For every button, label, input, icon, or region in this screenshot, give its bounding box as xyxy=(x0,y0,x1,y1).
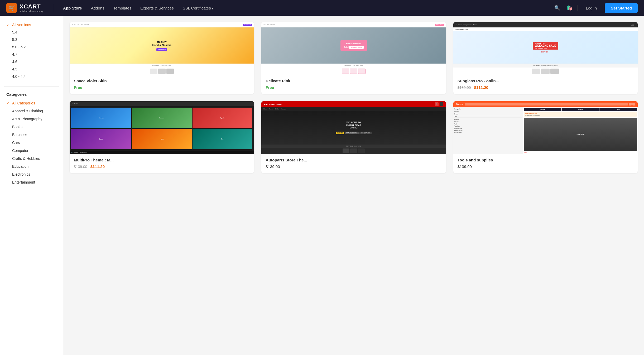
price-sale: $111.20 xyxy=(90,164,105,169)
product-image-autoparts: AUTOPARTS STORE 🛒 Home About Catalog Con… xyxy=(261,101,446,154)
product-info-space-violet: Space Violet Skin Free xyxy=(70,75,254,94)
logo-sub: a SellerLabs company xyxy=(20,10,43,13)
category-education-label: Education xyxy=(12,164,28,169)
version-50-52-label: 5.0 - 5.2 xyxy=(12,45,26,49)
category-electronics-label: Electronics xyxy=(12,172,30,176)
category-computer-label: Computer xyxy=(12,148,28,153)
product-card-multipro[interactable]: MultiPro Fashion Grocery Sports xyxy=(70,101,254,173)
category-computer[interactable]: ✓ Computer xyxy=(4,147,59,155)
version-46-label: 4.6 xyxy=(12,60,17,64)
cart-icon[interactable]: 🛍️ xyxy=(565,4,573,12)
version-46[interactable]: ✓ 4.6 xyxy=(4,58,59,65)
main-nav: App Store Addons Templates Experts & Ser… xyxy=(59,4,548,12)
product-price: $139.00 xyxy=(458,164,633,169)
version-40-44[interactable]: ✓ 4.0 - 4.4 xyxy=(4,73,59,80)
category-all-label: All Categories xyxy=(12,101,35,105)
product-name: Space Violet Skin xyxy=(74,79,250,83)
category-all[interactable]: ✓ All Categories xyxy=(4,99,59,107)
product-image-tools: Tools Categories Apparel Knives xyxy=(453,101,638,154)
nav-ssl[interactable]: SSL Certificates xyxy=(179,4,217,12)
version-section: ✓ All versions ✓ 5.4 ✓ 5.3 ✓ 5.0 - 5.2 ✓… xyxy=(4,21,59,80)
product-image-space-violet: ONLINE STORE Get Started HealthyFood & S… xyxy=(70,22,254,75)
product-card-space-violet[interactable]: ONLINE STORE Get Started HealthyFood & S… xyxy=(70,22,254,94)
page-layout: ✓ All versions ✓ 5.4 ✓ 5.3 ✓ 5.0 - 5.2 ✓… xyxy=(0,16,644,355)
version-all-label: All versions xyxy=(12,23,31,27)
product-price: Free xyxy=(266,85,441,90)
product-name: Autoparts Store The... xyxy=(266,158,441,162)
product-info-delicate-pink: Delicate Pink Free xyxy=(261,75,446,94)
sidebar-divider xyxy=(4,87,59,87)
header-separator xyxy=(578,5,578,11)
product-image-delicate-pink: ONLINE STORE Shop Now New CollectionSale… xyxy=(261,22,446,75)
category-electronics[interactable]: ✓ Electronics xyxy=(4,170,59,178)
category-entertainment-label: Entertainment xyxy=(12,180,35,184)
main-content: ONLINE STORE Get Started HealthyFood & S… xyxy=(63,16,644,355)
category-apparel-label: Apparel & Clothing xyxy=(12,109,43,113)
price-sale: $111.20 xyxy=(474,85,488,90)
nav-experts[interactable]: Experts & Services xyxy=(137,4,177,12)
version-50-52[interactable]: ✓ 5.0 - 5.2 xyxy=(4,43,59,51)
get-started-button[interactable]: Get Started xyxy=(605,3,638,13)
header-divider xyxy=(54,4,54,12)
category-entertainment[interactable]: ✓ Entertainment xyxy=(4,178,59,186)
version-all[interactable]: ✓ All versions xyxy=(4,21,59,28)
version-40-44-label: 4.0 - 4.4 xyxy=(12,74,26,79)
product-price: $139.00 xyxy=(266,164,441,169)
nav-addons[interactable]: Addons xyxy=(87,4,108,12)
products-grid: ONLINE STORE Get Started HealthyFood & S… xyxy=(70,22,638,173)
product-card-autoparts[interactable]: AUTOPARTS STORE 🛒 Home About Catalog Con… xyxy=(261,101,446,173)
product-name: Sunglass Pro - onlin... xyxy=(458,79,633,83)
product-image-multipro: MultiPro Fashion Grocery Sports xyxy=(70,101,254,154)
product-name: Tools and supplies xyxy=(458,158,633,162)
product-name: Delicate Pink xyxy=(266,79,441,83)
version-47[interactable]: ✓ 4.7 xyxy=(4,51,59,58)
check-icon: ✓ xyxy=(6,101,10,105)
category-crafts-label: Crafts & Hobbies xyxy=(12,156,40,161)
version-54-label: 5.4 xyxy=(12,30,17,34)
category-books[interactable]: ✓ Books xyxy=(4,123,59,131)
product-name: MultiPro Theme : M... xyxy=(74,158,250,162)
version-47-label: 4.7 xyxy=(12,52,17,56)
product-info-tools: Tools and supplies $139.00 xyxy=(453,154,638,173)
nav-templates[interactable]: Templates xyxy=(110,4,135,12)
category-books-label: Books xyxy=(12,125,22,129)
category-cars-label: Cars xyxy=(12,141,20,145)
version-45[interactable]: ✓ 4.5 xyxy=(4,65,59,73)
product-image-sunglass-pro: Art Deals Sunglasses More USD ▾ SUNGLASS… xyxy=(453,22,638,75)
category-apparel[interactable]: ✓ Apparel & Clothing xyxy=(4,107,59,115)
category-business[interactable]: ✓ Business xyxy=(4,131,59,139)
product-info-sunglass-pro: Sunglass Pro - onlin... $139.00 $111.20 xyxy=(453,75,638,94)
product-card-tools[interactable]: Tools Categories Apparel Knives xyxy=(453,101,638,173)
version-53[interactable]: ✓ 5.3 xyxy=(4,36,59,43)
product-price: Free xyxy=(74,85,250,90)
product-info-multipro: MultiPro Theme : M... $139.00 $111.20 xyxy=(70,154,254,173)
logo-icon: 🛒 xyxy=(6,3,17,13)
price-original: $139.00 xyxy=(458,85,471,90)
categories-heading: Categories xyxy=(4,91,59,99)
header-actions: 🔍 🛍️ Log In Get Started xyxy=(553,3,638,13)
category-education[interactable]: ✓ Education xyxy=(4,162,59,170)
category-art[interactable]: ✓ Art & Photography xyxy=(4,115,59,123)
product-price: $139.00 $111.20 xyxy=(74,164,250,169)
price-original: $139.00 xyxy=(74,165,87,169)
category-business-label: Business xyxy=(12,133,27,137)
version-45-label: 4.5 xyxy=(12,67,17,71)
nav-app-store[interactable]: App Store xyxy=(59,4,86,12)
product-price: $139.00 $111.20 xyxy=(458,85,633,90)
sidebar: ✓ All versions ✓ 5.4 ✓ 5.3 ✓ 5.0 - 5.2 ✓… xyxy=(0,16,63,355)
version-53-label: 5.3 xyxy=(12,37,17,42)
login-button[interactable]: Log In xyxy=(582,4,600,12)
product-card-sunglass-pro[interactable]: Art Deals Sunglasses More USD ▾ SUNGLASS… xyxy=(453,22,638,94)
search-icon[interactable]: 🔍 xyxy=(553,4,561,12)
logo-name: XCART xyxy=(20,3,41,10)
category-cars[interactable]: ✓ Cars xyxy=(4,139,59,147)
check-icon: ✓ xyxy=(6,23,10,27)
category-crafts[interactable]: ✓ Crafts & Hobbies xyxy=(4,155,59,162)
product-card-delicate-pink[interactable]: ONLINE STORE Shop Now New CollectionSale… xyxy=(261,22,446,94)
category-art-label: Art & Photography xyxy=(12,117,42,121)
header: 🛒 XCART a SellerLabs company App Store A… xyxy=(0,0,644,16)
product-info-autoparts: Autoparts Store The... $139.00 xyxy=(261,154,446,173)
logo[interactable]: 🛒 XCART a SellerLabs company xyxy=(6,3,49,13)
version-54[interactable]: ✓ 5.4 xyxy=(4,28,59,36)
